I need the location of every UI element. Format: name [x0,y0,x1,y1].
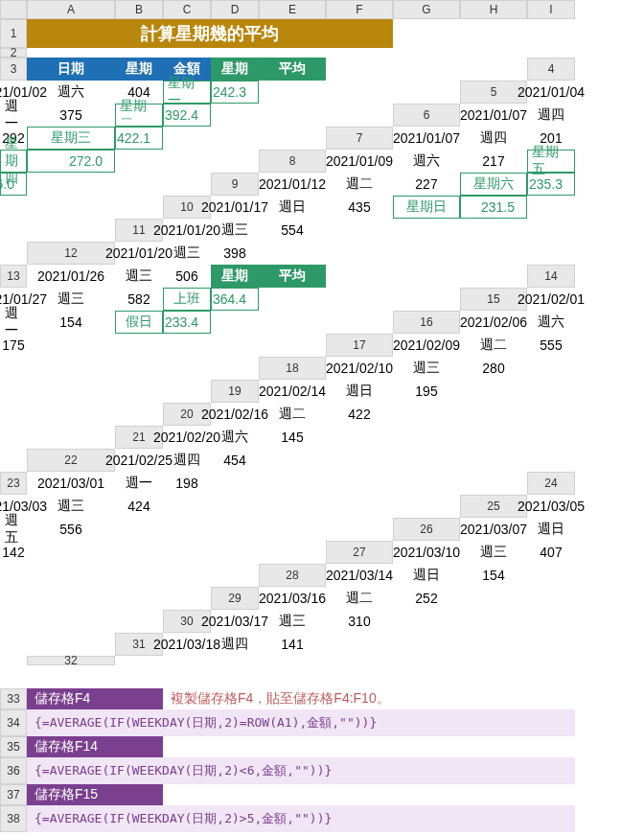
weekday-cell[interactable]: 週日 [393,564,460,587]
row-header-28[interactable]: 28 [259,564,326,587]
weekday-cell[interactable]: 週三 [259,610,326,633]
weekday-cell[interactable]: 週二 [259,403,326,426]
weekday-cell[interactable]: 週二 [326,587,393,610]
date-cell[interactable]: 2021/01/17 [211,196,259,219]
amount-cell[interactable]: 424 [115,495,163,518]
weekday-cell[interactable]: 週三 [211,219,259,242]
amount-cell[interactable]: 154 [460,564,527,587]
amount-cell[interactable]: 554 [259,219,326,242]
amount-cell[interactable]: 198 [163,472,211,495]
amount-cell[interactable]: 252 [393,587,460,610]
weekday-cell[interactable]: 週六 [527,311,575,334]
table2-weekday[interactable]: 星期二 [115,104,163,127]
table2-weekday[interactable]: 星期五 [527,150,575,173]
col-header-D[interactable]: D [211,0,259,19]
weekday-cell[interactable]: 週六 [393,150,460,173]
amount-cell[interactable]: 195 [393,380,460,403]
col-header-C[interactable]: C [163,0,211,19]
weekday-cell[interactable]: 週三 [163,242,211,265]
row-header-36[interactable]: 36 [0,757,27,784]
date-cell[interactable]: 2021/01/20 [163,219,211,242]
amount-cell[interactable]: 435 [326,196,393,219]
weekday-cell[interactable]: 週一 [0,104,27,127]
table2-avg[interactable]: 235.3 [527,173,575,196]
amount-cell[interactable]: 141 [259,633,326,656]
amount-cell[interactable]: 398 [211,242,259,265]
row-header-33[interactable]: 33 [0,688,27,709]
weekday-cell[interactable]: 週四 [460,127,527,150]
date-cell[interactable]: 2021/01/12 [259,173,326,196]
row-header-23[interactable]: 23 [0,472,27,495]
amount-cell[interactable]: 154 [27,311,115,334]
row-header-2[interactable]: 2 [0,48,27,58]
row-header-12[interactable]: 12 [27,242,115,265]
spreadsheet-grid[interactable]: ABCDEFGHI1計算星期幾的平均23日期星期金額星期平均42021/01/0… [0,0,644,832]
row-header-17[interactable]: 17 [326,334,393,357]
col-header-E[interactable]: E [259,0,326,19]
weekday-cell[interactable]: 週三 [27,495,115,518]
amount-cell[interactable]: 506 [163,265,211,288]
table3-avg[interactable]: 364.4 [211,288,259,311]
amount-cell[interactable]: 310 [326,610,393,633]
date-cell[interactable]: 2021/03/18 [163,633,211,656]
table2-weekday[interactable]: 星期四 [0,150,27,173]
table2-avg[interactable]: 556.0 [0,173,27,196]
amount-cell[interactable]: 422 [326,403,393,426]
table2-avg[interactable]: 422.1 [115,127,163,150]
row-header-6[interactable]: 6 [393,104,460,127]
date-cell[interactable]: 2021/03/16 [259,587,326,610]
date-cell[interactable]: 2021/02/16 [211,403,259,426]
table3-label[interactable]: 假日 [115,311,163,334]
weekday-cell[interactable]: 週三 [115,265,163,288]
col-header-F[interactable]: F [326,0,393,19]
date-cell[interactable]: 2021/03/10 [393,541,460,564]
row-header-19[interactable]: 19 [211,380,259,403]
amount-cell[interactable]: 555 [527,334,575,357]
weekday-cell[interactable]: 週二 [326,173,393,196]
weekday-cell[interactable]: 週一 [0,311,27,334]
table2-weekday[interactable]: 星期日 [393,196,460,219]
row-header-9[interactable]: 9 [211,173,259,196]
amount-cell[interactable]: 375 [27,104,115,127]
table2-weekday[interactable]: 星期六 [460,173,527,196]
row-header-35[interactable]: 35 [0,736,27,757]
row-header-18[interactable]: 18 [259,357,326,380]
date-cell[interactable]: 2021/02/10 [326,357,393,380]
table2-avg[interactable]: 242.3 [211,81,259,104]
row-header-14[interactable]: 14 [527,265,575,288]
row-header-38[interactable]: 38 [0,805,27,832]
date-cell[interactable]: 2021/02/06 [460,311,527,334]
col-header-G[interactable]: G [393,0,460,19]
amount-cell[interactable]: 142 [0,541,27,564]
weekday-cell[interactable]: 週六 [27,81,115,104]
date-cell[interactable]: 2021/02/14 [259,380,326,403]
date-cell[interactable]: 2021/03/01 [27,472,115,495]
amount-cell[interactable]: 556 [27,518,115,541]
amount-cell[interactable]: 175 [0,334,27,357]
row-header-13[interactable]: 13 [0,265,27,288]
weekday-cell[interactable]: 週六 [211,426,259,449]
weekday-cell[interactable]: 週二 [460,334,527,357]
date-cell[interactable]: 2021/02/01 [527,288,575,311]
table2-avg[interactable]: 272.0 [27,150,115,173]
date-cell[interactable]: 2021/03/17 [211,610,259,633]
row-header-1[interactable]: 1 [0,19,27,48]
date-cell[interactable]: 2021/01/04 [527,81,575,104]
amount-cell[interactable]: 280 [460,357,527,380]
date-cell[interactable]: 2021/03/05 [527,495,575,518]
table2-weekday[interactable]: 星期三 [27,127,115,150]
table2-weekday[interactable]: 星期一 [163,81,211,104]
amount-cell[interactable]: 217 [460,150,527,173]
date-cell[interactable]: 2021/01/20 [115,242,163,265]
amount-cell[interactable]: 227 [393,173,460,196]
row-header-32[interactable]: 32 [27,656,115,665]
col-header-I[interactable]: I [527,0,575,19]
table3-avg[interactable]: 233.4 [163,311,211,334]
row-header-22[interactable]: 22 [27,449,115,472]
col-header-H[interactable]: H [460,0,527,19]
weekday-cell[interactable]: 週五 [0,518,27,541]
date-cell[interactable]: 2021/02/20 [163,426,211,449]
amount-cell[interactable]: 145 [259,426,326,449]
row-header-24[interactable]: 24 [527,472,575,495]
row-header-16[interactable]: 16 [393,311,460,334]
